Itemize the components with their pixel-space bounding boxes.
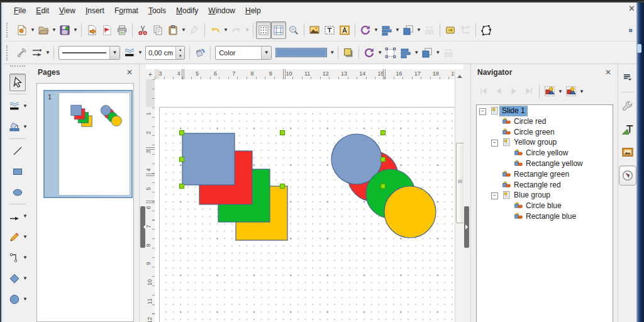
insert-text-box-button[interactable] xyxy=(322,21,337,39)
lines-and-arrows-button[interactable] xyxy=(7,208,22,225)
selection-handle[interactable] xyxy=(280,184,285,189)
scroll-up-icon[interactable] xyxy=(457,72,462,78)
arrange-button[interactable] xyxy=(419,44,435,62)
close-document-icon[interactable]: ✕ xyxy=(626,3,638,14)
interaction-button[interactable] xyxy=(443,21,458,39)
canvas-vertical-scrollbar[interactable] xyxy=(455,69,464,322)
tree-item-circle-red[interactable]: Circle red xyxy=(512,117,548,126)
menu-format[interactable]: Format xyxy=(109,4,143,18)
chevron-down-icon[interactable]: ▼ xyxy=(30,22,36,38)
chevron-down-icon[interactable]: ▼ xyxy=(22,231,28,243)
chevron-down-icon[interactable]: ▼ xyxy=(137,45,143,61)
fill-color-swatch[interactable] xyxy=(274,44,329,62)
tree-item-rectangle-blue[interactable]: Rectangle blue xyxy=(524,212,578,221)
toolbar-grip[interactable] xyxy=(6,45,11,60)
rectangle-blue[interactable] xyxy=(182,133,235,185)
pages-splitter[interactable] xyxy=(140,64,146,322)
menu-edit[interactable]: Edit xyxy=(31,4,54,18)
toolbar-grip[interactable] xyxy=(10,65,25,70)
tree-collapse-icon[interactable]: − xyxy=(479,108,486,115)
line-dialog-button[interactable] xyxy=(122,44,137,62)
tree-item-circle-yellow[interactable]: Circle yellow xyxy=(524,148,570,158)
menu-window[interactable]: Window xyxy=(203,4,240,18)
toolbar-grip[interactable] xyxy=(6,23,11,38)
print-button[interactable] xyxy=(114,21,130,39)
tab-navigator[interactable] xyxy=(619,165,636,186)
ellipse-button[interactable] xyxy=(10,184,25,201)
line-style-select[interactable]: ▼ xyxy=(58,46,120,60)
chevron-down-icon[interactable]: ▼ xyxy=(413,45,419,61)
chevron-down-icon[interactable]: ▼ xyxy=(244,22,250,38)
page-thumbnail[interactable]: 1 xyxy=(43,90,133,198)
chevron-down-icon[interactable]: ▼ xyxy=(223,22,229,38)
helplines-while-moving-button[interactable] xyxy=(271,21,286,39)
selection-handle[interactable] xyxy=(180,157,184,162)
line-width-spinner[interactable]: 0,00 cm▲▼ xyxy=(145,46,185,60)
navigator-panel-close-icon[interactable]: ✕ xyxy=(605,68,611,77)
vertical-ruler[interactable]: 123456789101112 xyxy=(146,79,155,322)
chevron-down-icon[interactable]: ▼ xyxy=(394,22,401,38)
menu-view[interactable]: View xyxy=(54,4,80,18)
horizontal-ruler[interactable]: 345678910111213141516171819 xyxy=(155,69,455,80)
chevron-down-icon[interactable]: ▼ xyxy=(22,101,28,112)
line-width-value[interactable]: 0,00 cm xyxy=(146,49,175,57)
insert-line-button[interactable] xyxy=(10,142,25,160)
chevron-down-icon[interactable]: ▼ xyxy=(329,45,335,61)
rotate-button[interactable] xyxy=(362,44,377,62)
connector-button[interactable] xyxy=(7,249,22,267)
chevron-down-icon[interactable]: ▼ xyxy=(22,273,28,284)
save-button[interactable] xyxy=(57,21,72,39)
arrow-style-button[interactable] xyxy=(30,44,45,62)
selection-handle[interactable] xyxy=(180,184,184,189)
curve-button[interactable] xyxy=(7,228,22,246)
selection-handle[interactable] xyxy=(381,131,386,135)
tree-collapse-icon[interactable]: − xyxy=(491,140,498,147)
paste-button[interactable] xyxy=(165,21,180,39)
selection-handle[interactable] xyxy=(381,157,386,162)
export-pdf-button[interactable] xyxy=(99,21,114,39)
edit-points-button[interactable] xyxy=(14,44,30,62)
circle-yellow[interactable] xyxy=(384,186,436,238)
menu-file[interactable]: File xyxy=(9,4,31,18)
chevron-down-icon[interactable]: ▼ xyxy=(109,47,119,59)
area-style-select[interactable]: Color▼ xyxy=(215,46,272,60)
tab-styles[interactable] xyxy=(619,120,636,139)
tab-properties[interactable] xyxy=(619,97,636,116)
chevron-down-icon[interactable]: ▼ xyxy=(72,22,79,38)
cut-button[interactable] xyxy=(135,21,150,39)
menu-insert[interactable]: Insert xyxy=(80,4,109,18)
tree-item-blue-group[interactable]: Blue group xyxy=(512,191,552,200)
chevron-down-icon[interactable]: ▼ xyxy=(557,83,564,99)
tree-item-rectangle-yellow[interactable]: Rectangle yellow xyxy=(524,159,585,169)
open-button[interactable] xyxy=(36,21,51,39)
zoom-button[interactable] xyxy=(286,21,301,39)
insert-image-button[interactable] xyxy=(307,21,322,39)
chevron-down-icon[interactable]: ▼ xyxy=(22,121,28,133)
drag-mode-button[interactable] xyxy=(542,82,557,100)
chevron-down-icon[interactable]: ▼ xyxy=(22,211,28,222)
line-color-button[interactable] xyxy=(192,44,208,62)
selection-handle[interactable] xyxy=(381,184,386,189)
toolbar-overflow-icon[interactable]: » xyxy=(628,26,633,35)
chevron-down-icon[interactable]: ▼ xyxy=(22,252,28,264)
chevron-down-icon[interactable]: ▼ xyxy=(435,45,441,61)
tree-item-yellow-group[interactable]: Yellow group xyxy=(512,138,558,147)
menu-modify[interactable]: Modify xyxy=(171,4,203,18)
chevron-down-icon[interactable]: ▼ xyxy=(579,83,585,99)
display-grid-button[interactable] xyxy=(256,21,271,39)
pages-panel-close-icon[interactable]: ✕ xyxy=(126,68,133,77)
line-attributes-button[interactable] xyxy=(7,97,22,115)
new-document-button[interactable] xyxy=(14,21,30,39)
tree-item-slide-1[interactable]: Slide 1 xyxy=(500,106,527,116)
align-objects-button[interactable] xyxy=(398,44,413,62)
shapes-filter-button[interactable] xyxy=(564,82,579,100)
chevron-down-icon[interactable]: ▼ xyxy=(373,22,379,38)
tree-item-circle-blue[interactable]: Circle blue xyxy=(524,201,564,211)
export-button[interactable] xyxy=(84,21,99,39)
align-objects-button[interactable] xyxy=(379,21,394,39)
selection-handle[interactable] xyxy=(180,131,184,135)
sidebar-settings[interactable] xyxy=(619,68,636,87)
tree-item-rectangle-red[interactable]: Rectangle red xyxy=(512,180,563,190)
position-and-size-button[interactable] xyxy=(383,44,398,62)
rectangle-button[interactable] xyxy=(10,163,25,180)
